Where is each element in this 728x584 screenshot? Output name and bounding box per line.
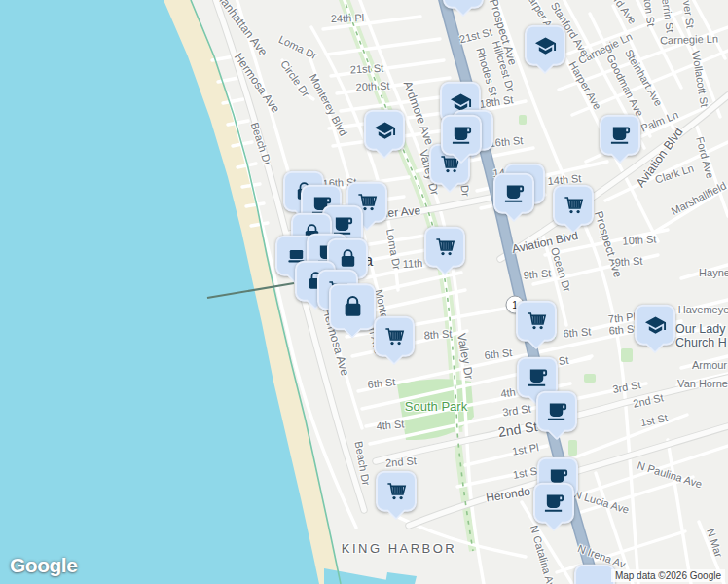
coffee-cup-icon (543, 492, 565, 514)
graduation-cap-icon (644, 313, 667, 336)
shopping-cart-icon (526, 310, 548, 332)
google-logo[interactable]: Google (10, 554, 77, 577)
grocery-store-marker[interactable] (376, 471, 417, 512)
school-marker[interactable] (525, 25, 565, 66)
cafe-marker[interactable] (533, 483, 574, 524)
school-marker[interactable] (635, 305, 675, 346)
cafe-marker[interactable] (441, 115, 482, 156)
hidden-marker[interactable] (443, 0, 484, 9)
shopping-bag-icon (340, 294, 366, 320)
coffee-cup-icon (451, 124, 473, 146)
poi-markers-layer (0, 0, 728, 584)
google-map-canvas[interactable]: 24th PlManhattan AveHermosa AveLoma DrCi… (0, 0, 728, 584)
map-attribution[interactable]: Map data ©2026 Google (611, 569, 725, 582)
cafe-marker[interactable] (493, 173, 534, 214)
shopping-cart-icon (434, 236, 456, 258)
grocery-store-marker[interactable] (374, 316, 415, 357)
graduation-cap-icon (374, 119, 396, 141)
shopping-cart-icon (563, 194, 585, 216)
shopping-bag-marker[interactable] (329, 283, 376, 330)
shopping-bag-icon (337, 247, 359, 270)
coffee-cup-icon (503, 182, 526, 204)
cafe-marker[interactable] (600, 115, 640, 156)
coffee-cup-icon (546, 400, 568, 422)
coffee-cup-icon (527, 366, 549, 388)
school-marker[interactable] (364, 110, 405, 151)
cafe-marker[interactable] (536, 391, 577, 432)
hidden-marker[interactable] (574, 565, 615, 584)
grocery-store-marker[interactable] (553, 185, 594, 226)
grocery-store-marker[interactable] (516, 301, 557, 342)
graduation-cap-icon (534, 34, 557, 56)
grocery-store-marker[interactable] (424, 227, 465, 268)
coffee-cup-icon (609, 124, 632, 146)
shopping-cart-icon (385, 480, 408, 502)
shopping-cart-icon (383, 325, 406, 347)
